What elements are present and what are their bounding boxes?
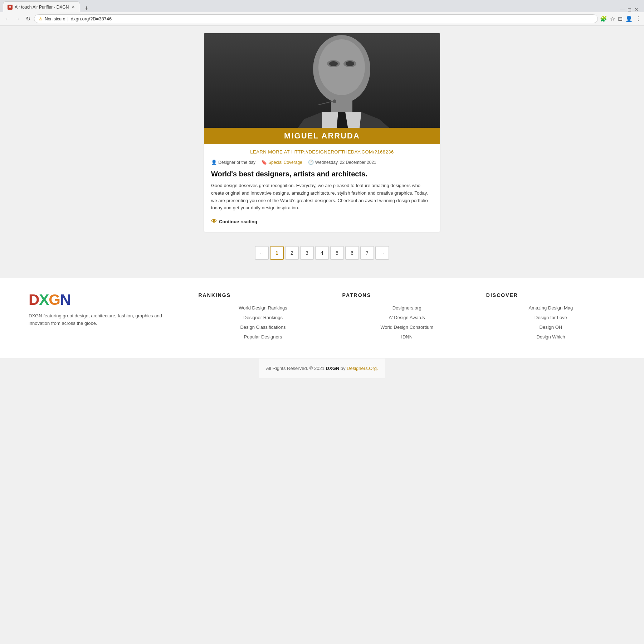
link-designers-org[interactable]: Designers.org bbox=[342, 305, 472, 311]
footer-rankings-col: RANKINGS World Design Rankings Designer … bbox=[191, 292, 335, 344]
address-separator: | bbox=[67, 16, 68, 21]
svg-point-14 bbox=[346, 61, 354, 66]
favorites-icon[interactable]: ☆ bbox=[610, 15, 615, 22]
link-world-design-consortium[interactable]: World Design Consortium bbox=[342, 325, 472, 330]
page-button-6[interactable]: 6 bbox=[345, 246, 359, 260]
article-meta: 👤 Designer of the day 🔖 Special Coverage… bbox=[204, 160, 440, 168]
meta-date-label: Wednesday, 22 December 2021 bbox=[315, 160, 376, 165]
link-a-design-awards[interactable]: A' Design Awards bbox=[342, 315, 472, 320]
address-bar[interactable]: ⚠ Non sicuro | dxgn.org/?D=38746 bbox=[34, 14, 598, 23]
person-name: MIGUEL ARRUDA bbox=[284, 131, 360, 140]
back-button[interactable]: ← bbox=[3, 15, 11, 23]
footer-bottom: All Rights Reserved. © 2021 DXGN by Desi… bbox=[259, 358, 385, 378]
footer-patrons-col: PATRONS Designers.org A' Design Awards W… bbox=[335, 292, 479, 344]
link-popular-designers[interactable]: Popular Designers bbox=[198, 334, 327, 340]
link-design-classifications[interactable]: Design Classifications bbox=[198, 325, 327, 330]
meta-category: 👤 Designer of the day bbox=[211, 160, 255, 165]
page-button-7[interactable]: 7 bbox=[360, 246, 374, 260]
nav-right-icons: 🧩 ☆ ⊟ 👤 ⋮ bbox=[600, 15, 641, 22]
next-page-button[interactable]: → bbox=[375, 246, 389, 260]
security-icon: ⚠ bbox=[39, 16, 43, 21]
meta-special: 🔖 Special Coverage bbox=[261, 160, 302, 165]
logo-g: G bbox=[49, 291, 60, 308]
security-label: Non sicuro bbox=[45, 16, 65, 21]
eye-icon: 👁 bbox=[211, 218, 217, 225]
collections-icon[interactable]: ⊟ bbox=[618, 15, 623, 22]
reload-button[interactable]: ↻ bbox=[24, 15, 32, 23]
logo-n: N bbox=[60, 291, 70, 308]
logo-x: X bbox=[39, 291, 49, 308]
continue-reading-button[interactable]: 👁 Continue reading bbox=[204, 217, 440, 232]
meta-category-label: Designer of the day bbox=[218, 160, 255, 165]
minimize-button[interactable]: — bbox=[620, 7, 625, 12]
address-url: dxgn.org/?D=38746 bbox=[71, 16, 112, 21]
footer-description: DXGN featuring great design, architectur… bbox=[29, 312, 184, 327]
page-content: MIGUEL ARRUDA LEARN MORE AT HTTP://DESIG… bbox=[0, 26, 644, 378]
learn-more-link[interactable]: LEARN MORE AT HTTP://DESIGNEROFTHEDAY.CO… bbox=[204, 144, 440, 160]
link-design-which[interactable]: Design Which bbox=[486, 334, 615, 340]
person-name-bar: MIGUEL ARRUDA bbox=[204, 128, 440, 144]
svg-point-9 bbox=[333, 99, 336, 103]
patrons-title: PATRONS bbox=[342, 292, 472, 298]
discover-title: DISCOVER bbox=[486, 292, 615, 298]
tab-favicon: D bbox=[8, 5, 13, 10]
rankings-title: RANKINGS bbox=[198, 292, 327, 298]
tab-bar: D Air touch Air Purifier - DXGN ✕ + — ◻ … bbox=[0, 0, 644, 12]
link-world-design-rankings[interactable]: World Design Rankings bbox=[198, 305, 327, 311]
menu-icon[interactable]: ⋮ bbox=[635, 15, 641, 22]
link-idnn[interactable]: IDNN bbox=[342, 334, 472, 340]
meta-special-label: Special Coverage bbox=[268, 160, 302, 165]
bookmark-icon: 🔖 bbox=[261, 160, 267, 165]
page-button-4[interactable]: 4 bbox=[315, 246, 329, 260]
svg-point-13 bbox=[329, 61, 338, 66]
browser-chrome: D Air touch Air Purifier - DXGN ✕ + — ◻ … bbox=[0, 0, 644, 26]
designers-org-link[interactable]: Designers.Org. bbox=[347, 366, 378, 371]
article-body: Good design deserves great recognition. … bbox=[204, 182, 440, 217]
svg-point-3 bbox=[318, 39, 365, 95]
footer-logo-col: DXGN DXGN featuring great design, archit… bbox=[21, 292, 191, 344]
link-design-for-love[interactable]: Design for Love bbox=[486, 315, 615, 320]
link-design-oh[interactable]: Design OH bbox=[486, 325, 615, 330]
page-button-5[interactable]: 5 bbox=[330, 246, 344, 260]
extensions-icon[interactable]: 🧩 bbox=[600, 15, 607, 22]
link-designer-rankings[interactable]: Designer Rankings bbox=[198, 315, 327, 320]
pagination: ← 1 2 3 4 5 6 7 → bbox=[255, 246, 389, 260]
page-button-2[interactable]: 2 bbox=[285, 246, 299, 260]
meta-date: 🕐 Wednesday, 22 December 2021 bbox=[308, 160, 376, 165]
continue-reading-label: Continue reading bbox=[219, 219, 257, 224]
article-card: MIGUEL ARRUDA LEARN MORE AT HTTP://DESIG… bbox=[204, 33, 440, 232]
clock-icon: 🕐 bbox=[308, 160, 314, 165]
user-icon: 👤 bbox=[211, 160, 217, 165]
brand-name: DXGN bbox=[326, 366, 340, 371]
logo-d: D bbox=[29, 291, 39, 308]
tab-title: Air touch Air Purifier - DXGN bbox=[15, 5, 69, 10]
restore-button[interactable]: ◻ bbox=[628, 7, 631, 12]
page-button-3[interactable]: 3 bbox=[300, 246, 314, 260]
nav-bar: ← → ↻ ⚠ Non sicuro | dxgn.org/?D=38746 🧩… bbox=[0, 12, 644, 26]
dxgn-logo: DXGN bbox=[29, 292, 184, 307]
link-amazing-design-mag[interactable]: Amazing Design Mag bbox=[486, 305, 615, 311]
new-tab-button[interactable]: + bbox=[82, 5, 91, 12]
prev-page-button[interactable]: ← bbox=[255, 246, 269, 260]
footer-discover-col: DISCOVER Amazing Design Mag Design for L… bbox=[479, 292, 623, 344]
active-tab[interactable]: D Air touch Air Purifier - DXGN ✕ bbox=[3, 1, 80, 12]
footer: DXGN DXGN featuring great design, archit… bbox=[0, 278, 644, 358]
page-button-1[interactable]: 1 bbox=[270, 246, 284, 260]
copyright-text: All Rights Reserved. © 2021 DXGN by Desi… bbox=[266, 366, 378, 371]
article-image-container: MIGUEL ARRUDA bbox=[204, 33, 440, 144]
forward-button[interactable]: → bbox=[14, 15, 22, 23]
article-title: World's best designers, artists and arch… bbox=[204, 168, 440, 182]
close-button[interactable]: ✕ bbox=[634, 7, 638, 12]
tab-close-button[interactable]: ✕ bbox=[71, 5, 75, 9]
profile-icon[interactable]: 👤 bbox=[625, 15, 633, 22]
